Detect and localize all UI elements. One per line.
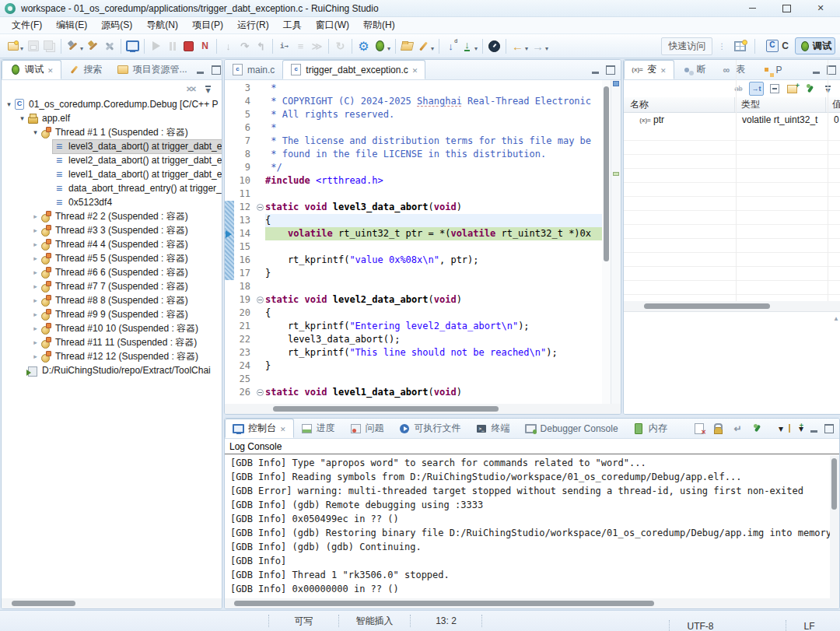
- tab-memory[interactable]: 内存: [626, 419, 675, 438]
- menu-item-2[interactable]: 源码(S): [94, 16, 139, 34]
- code-line[interactable]: 23 rt_kprintf("This line should not be r…: [225, 346, 602, 359]
- tree-item[interactable]: ▸Thread #8 8 (Suspended : 容器): [2, 293, 222, 307]
- fold-collapse-icon[interactable]: [257, 204, 264, 211]
- variable-row[interactable]: ptr volatile rt_uint32_t 0: [624, 113, 840, 127]
- tree-closed-arrow-icon[interactable]: ▸: [31, 226, 40, 234]
- code-line[interactable]: 12static void level3_data_abort(void): [225, 201, 602, 214]
- code-line[interactable]: 7 * The license and distribution terms f…: [225, 135, 602, 148]
- code-line[interactable]: 18: [225, 280, 602, 293]
- tree-closed-arrow-icon[interactable]: ▸: [31, 268, 40, 276]
- debug-horizontal-scrollbar[interactable]: [2, 598, 222, 608]
- tree-item[interactable]: ▾01_os_coredump.Coredump.Debug [C/C++ P: [2, 97, 222, 111]
- terminate-button[interactable]: [180, 37, 197, 55]
- tab-variables[interactable]: 变: [624, 60, 674, 79]
- tree-item[interactable]: ▸Thread #2 2 (Suspended : 容器): [2, 209, 222, 223]
- code-line[interactable]: 22 level3_data_abort();: [225, 333, 602, 346]
- console-horizontal-scrollbar[interactable]: [225, 598, 839, 608]
- maximize-view-button[interactable]: [605, 65, 616, 75]
- column-type[interactable]: 类型: [735, 97, 826, 112]
- console-hscrollbar-thumb[interactable]: [234, 601, 654, 606]
- overview-range-marker[interactable]: [613, 81, 619, 86]
- tab-main-c[interactable]: main.c: [225, 60, 282, 79]
- code-line[interactable]: 11: [225, 188, 602, 201]
- maximize-view-button[interactable]: [824, 423, 835, 434]
- code-line[interactable]: 5 * All rights reserved.: [225, 108, 602, 121]
- console-vscrollbar-thumb[interactable]: [831, 458, 837, 510]
- menu-item-4[interactable]: 项目(P): [185, 16, 230, 34]
- tree-item[interactable]: ▸Thread #3 3 (Suspended : 容器): [2, 223, 222, 237]
- code-line[interactable]: 14 volatile rt_uint32_t ptr = *(volatile…: [225, 227, 602, 240]
- code-line[interactable]: 16 rt_kprintf("value 0x%08x\n", ptr);: [225, 254, 602, 267]
- tree-closed-arrow-icon[interactable]: ▸: [31, 338, 40, 346]
- dashboard-button[interactable]: [486, 37, 502, 55]
- scroll-lock-button[interactable]: [711, 422, 726, 436]
- editor-vertical-scrollbar[interactable]: [602, 80, 611, 404]
- tree-closed-arrow-icon[interactable]: ▸: [31, 352, 40, 360]
- tree-item[interactable]: ▾app.elf: [2, 111, 222, 125]
- tree-item[interactable]: ▸Thread #9 9 (Suspended : 容器): [2, 307, 222, 321]
- pin-view-button[interactable]: [803, 82, 817, 96]
- tab-search[interactable]: 搜索: [61, 60, 110, 79]
- menu-item-1[interactable]: 编辑(E): [49, 16, 94, 34]
- code-line[interactable]: 26static void level1_data_abort(void): [225, 386, 602, 399]
- disconnect-button[interactable]: [197, 37, 213, 55]
- perspective-debug-button[interactable]: 调试: [795, 37, 835, 54]
- minimize-window-button[interactable]: [745, 2, 759, 15]
- tree-closed-arrow-icon[interactable]: ▸: [31, 254, 40, 262]
- editor-vscrollbar-thumb[interactable]: [604, 86, 609, 261]
- tree-item[interactable]: ▸Thread #7 7 (Suspended : 容器): [2, 279, 222, 293]
- tab-debugger-console[interactable]: Debugger Console: [518, 419, 626, 438]
- console-vertical-scrollbar[interactable]: [830, 455, 839, 598]
- debug-configurations-button[interactable]: ▾: [372, 37, 392, 55]
- menu-item-7[interactable]: 窗口(W): [309, 16, 356, 34]
- tab-trigger-dabt-exception-c[interactable]: trigger_dabt_exception.c: [282, 60, 425, 79]
- remove-all-terminated-button[interactable]: [183, 82, 198, 96]
- tree-closed-arrow-icon[interactable]: ▸: [31, 296, 40, 304]
- tree-open-arrow-icon[interactable]: ▾: [31, 128, 40, 136]
- tree-item[interactable]: level3_data_abort() at trigger_dabt_e: [2, 139, 222, 153]
- debug-configurations-dropdown-icon[interactable]: ▾: [387, 45, 390, 52]
- search-dropdown-icon[interactable]: ▾: [431, 45, 434, 52]
- build-dropdown-icon[interactable]: ▾: [80, 45, 83, 52]
- code-line[interactable]: 15: [225, 240, 602, 254]
- perspective-c-button[interactable]: C: [761, 37, 792, 54]
- tree-item[interactable]: data_abort_thread_entry() at trigger_: [2, 181, 222, 195]
- close-window-button[interactable]: [814, 2, 828, 15]
- open-project-button[interactable]: [399, 37, 415, 55]
- new-view-button[interactable]: [785, 82, 800, 96]
- tab-peripherals[interactable]: P: [754, 60, 790, 79]
- tree-item[interactable]: D:/RuiChingStudio/repo/Extract/ToolChai: [2, 363, 222, 377]
- new-wizard-button[interactable]: ▾: [5, 37, 25, 55]
- menu-item-6[interactable]: 工具: [276, 16, 309, 34]
- editor-horizontal-scrollbar[interactable]: [225, 404, 621, 414]
- debug-tree[interactable]: ▾01_os_coredump.Coredump.Debug [C/C++ P▾…: [2, 97, 222, 598]
- display-selected-console-button[interactable]: ▾: [769, 422, 784, 436]
- code-line[interactable]: 25: [225, 373, 602, 386]
- tree-closed-arrow-icon[interactable]: ▸: [31, 310, 40, 318]
- download-debug-button[interactable]: [443, 37, 459, 55]
- tree-item[interactable]: level1_data_abort() at trigger_dabt_e: [2, 167, 222, 181]
- menu-item-3[interactable]: 导航(N): [139, 16, 185, 34]
- code-line[interactable]: 4 * COPYRIGHT (C) 2024-2025 Shanghai Rea…: [225, 95, 602, 108]
- tree-closed-arrow-icon[interactable]: ▸: [31, 324, 40, 332]
- maximize-window-button[interactable]: [779, 2, 793, 15]
- close-tab-icon[interactable]: [47, 65, 54, 75]
- maximize-view-button[interactable]: [211, 65, 222, 75]
- forward-dropdown-icon[interactable]: ▾: [545, 45, 548, 52]
- tab-debug[interactable]: 调试: [2, 60, 61, 79]
- tree-item[interactable]: 0x5123df4: [2, 195, 222, 209]
- editor-hscrollbar-thumb[interactable]: [273, 406, 499, 412]
- tree-item[interactable]: ▸Thread #4 4 (Suspended : 容器): [2, 237, 222, 251]
- tab-problems[interactable]: 问题: [343, 419, 392, 438]
- tree-item[interactable]: ▾Thread #1 1 (Suspended : 容器): [2, 125, 222, 139]
- tree-item[interactable]: ▸Thread #5 5 (Suspended : 容器): [2, 251, 222, 265]
- download-flash-dropdown-icon[interactable]: ▾: [474, 45, 478, 52]
- tab-progress[interactable]: 进度: [294, 419, 343, 438]
- tab-executables[interactable]: 可执行文件: [392, 419, 469, 438]
- column-name[interactable]: 名称: [624, 97, 735, 112]
- code-line[interactable]: 21 rt_kprintf("Entering level2_data_abor…: [225, 320, 602, 333]
- open-console-button[interactable]: ▾: [789, 422, 803, 436]
- settings-button[interactable]: [355, 37, 372, 55]
- debug-hscrollbar-thumb[interactable]: [12, 601, 75, 606]
- forward-button[interactable]: ▾: [530, 37, 550, 55]
